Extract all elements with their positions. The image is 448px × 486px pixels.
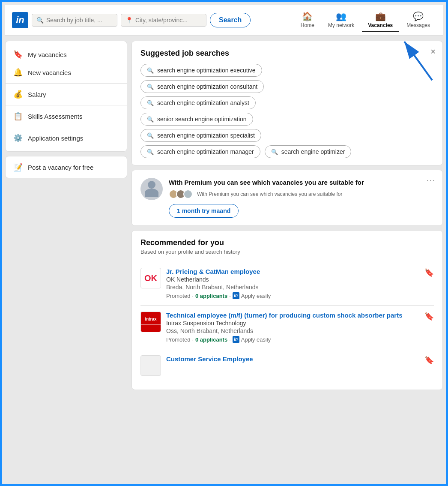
job-title-0[interactable]: Jr. Pricing & CatMan employee [166,268,434,275]
vacancies-icon: 💼 [375,11,386,21]
suggestion-chip-3[interactable]: 🔍 senior search engine optimization [140,113,253,126]
job-company-1: Intrax Suspension Technology [166,320,434,327]
job-item-2: Customer Service Employee 🔖 [140,349,434,382]
nav-item-network[interactable]: 👥 My network [322,9,360,32]
job-details-2: Customer Service Employee [166,355,434,363]
main-nav: 🏠 Home 👥 My network 💼 Vacancies 💬 Messag… [295,9,436,32]
search-button[interactable]: Search [210,13,251,27]
job-apply-0: Apply easily [241,293,271,299]
job-meta-0: Promoted · 0 applicants · in Apply easil… [166,292,434,299]
location-input[interactable] [135,17,195,24]
job-details-1: Technical employee (m/f) (turner) for pr… [166,312,434,343]
nav-label-network: My network [328,22,354,28]
premium-sub-text: With Premium you can see which vacancies… [197,191,343,197]
sidebar-label-skills: Skills Assessments [28,113,83,120]
job-apply-1: Apply easily [241,336,271,343]
job-dot-1: · [192,336,194,343]
salary-icon: 💰 [13,90,23,99]
suggestion-chip-4[interactable]: 🔍 search engine optimization specialist [140,129,261,142]
main-content: 🔖 My vacancies 🔔 New vacancies 💰 Salary … [5,36,443,395]
sidebar-item-skills[interactable]: 📋 Skills Assessments [6,107,127,125]
nav-label-vacancies: Vacancies [368,22,393,28]
suggestion-chip-5[interactable]: 🔍 search engine optimization manager [140,145,260,158]
avatar-body [145,189,158,197]
post-vacancy-label: Post a vacancy for free [28,164,93,171]
recommended-sub: Based on your profile and search history [140,249,434,255]
suggestion-chip-1[interactable]: 🔍 search engine optimization consultant [140,80,264,93]
sidebar-item-new-vacancies[interactable]: 🔔 New vacancies [6,63,127,81]
premium-trial-button[interactable]: 1 month try maand [169,204,239,218]
chip-search-icon-1: 🔍 [147,84,154,90]
suggestion-chip-0[interactable]: 🔍 search engine optimization executive [140,64,262,77]
linkedin-small-icon-0: in [233,292,239,299]
bell-icon: 🔔 [13,68,23,77]
suggestions-row-last: 🔍 search engine optimization manager 🔍 s… [140,145,434,158]
skills-icon: 📋 [13,111,23,121]
nav-label-messages: Messages [406,22,430,28]
bookmark-button-0[interactable]: 🔖 [424,268,434,277]
sidebar-label-new-vacancies: New vacancies [28,69,71,76]
job-title-1[interactable]: Technical employee (m/f) (turner) for pr… [166,312,434,319]
chip-search-icon-6: 🔍 [271,149,278,155]
sidebar-item-salary[interactable]: 💰 Salary [6,85,127,103]
header: in 🔍 📍 Search 🏠 Home 👥 My network 💼 Vaca… [5,5,443,36]
job-details-0: Jr. Pricing & CatMan employee OK Netherl… [166,268,434,299]
sidebar-item-app-settings[interactable]: ⚙️ Application settings [6,129,127,147]
nav-item-vacancies[interactable]: 💼 Vacancies [362,9,399,32]
job-item-1: intrax—————— Technical employee (m/f) (t… [140,306,434,349]
linkedin-small-icon-1: in [233,336,239,343]
avatar-head [148,181,155,189]
nav-item-messages[interactable]: 💬 Messages [400,9,436,32]
premium-text-area: With Premium you can see which vacancies… [169,178,434,218]
suggestion-chip-2[interactable]: 🔍 search engine optimization analyst [140,96,256,109]
sidebar: 🔖 My vacancies 🔔 New vacancies 💰 Salary … [5,41,127,390]
suggestions-list: 🔍 search engine optimization executive 🔍… [140,64,434,158]
suggestion-chip-6[interactable]: 🔍 search engine optimizer [265,145,352,158]
premium-content: With Premium you can see which vacancies… [140,178,434,218]
sidebar-item-my-vacancies[interactable]: 🔖 My vacancies [6,45,127,63]
sidebar-menu-card: 🔖 My vacancies 🔔 New vacancies 💰 Salary … [5,41,127,152]
premium-avatar [140,178,163,200]
chip-label-4: search engine optimization specialist [157,132,255,139]
premium-card: ··· With Premium you can see which vacan… [131,170,443,226]
job-title-2[interactable]: Customer Service Employee [166,355,434,363]
chip-search-icon-0: 🔍 [147,67,154,74]
sidebar-label-my-vacancies: My vacancies [28,51,67,58]
suggested-card: Suggested job searches × 🔍 search engine… [131,41,443,165]
premium-title: With Premium you can see which vacancies… [169,178,434,187]
ok-logo: OK [140,268,161,288]
post-vacancy-icon: 📝 [13,162,23,172]
linkedin-logo[interactable]: in [12,12,28,28]
nav-item-home[interactable]: 🏠 Home [295,9,320,32]
job-location-1: Oss, North Brabant, Netherlands [166,327,434,334]
recommended-card: Recommended for you Based on your profil… [131,230,443,390]
job-search-input[interactable] [46,17,106,24]
job-meta-1: Promoted · 0 applicants · in Apply easil… [166,336,434,343]
more-options-button[interactable]: ··· [427,176,436,185]
chip-search-icon-3: 🔍 [147,116,154,123]
chip-label-0: search engine optimization executive [157,67,256,74]
premium-sub: With Premium you can see which vacancies… [169,189,434,199]
chip-label-5: search engine optimization manager [157,148,254,155]
bookmark-icon: 🔖 [13,50,23,59]
job-promoted-1: Promoted [166,336,190,343]
job-applicants-1: 0 applicants [195,336,227,343]
job-dot2-1: · [229,336,231,343]
chip-label-6: search engine optimizer [281,148,345,155]
nav-label-home: Home [301,22,314,28]
job-item-0: OK Jr. Pricing & CatMan employee OK Neth… [140,262,434,306]
bookmark-button-2[interactable]: 🔖 [424,355,434,365]
sidebar-divider-1 [6,83,127,84]
generic-logo-2 [140,355,161,376]
bookmark-button-1[interactable]: 🔖 [424,312,434,321]
chip-search-icon-2: 🔍 [147,100,154,106]
search-icon: 🔍 [36,17,44,24]
chip-label-2: search engine optimization analyst [157,99,249,106]
sidebar-label-salary: Salary [28,91,46,98]
settings-icon: ⚙️ [13,133,23,143]
recommended-title: Recommended for you [140,238,434,247]
sidebar-divider-2 [6,105,127,105]
job-dot2-0: · [229,293,231,299]
close-button[interactable]: × [430,47,436,56]
post-vacancy-card[interactable]: 📝 Post a vacancy for free [5,156,127,178]
